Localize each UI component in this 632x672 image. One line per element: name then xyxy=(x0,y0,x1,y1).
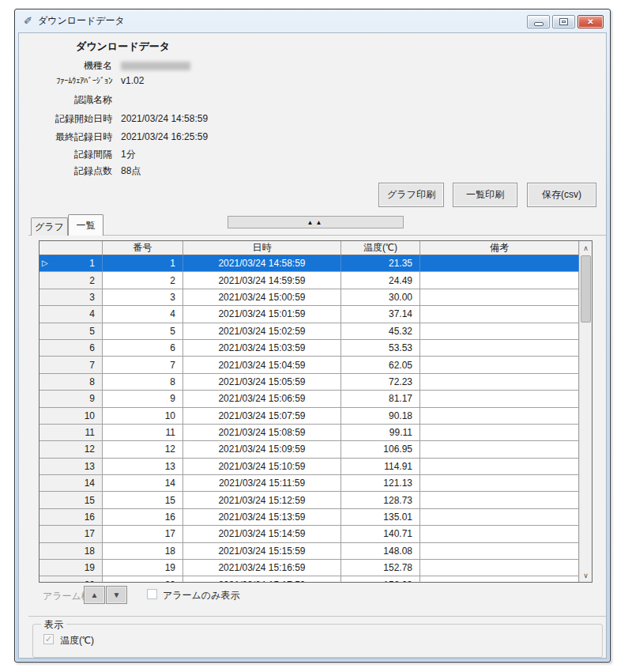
record-interval-label: 記録間隔 xyxy=(25,148,112,161)
table-row[interactable]: 13132021/03/24 15:10:59114.91 xyxy=(40,459,579,475)
table-cell: 15 xyxy=(40,492,103,508)
alarm-search-down-button[interactable]: ▼ xyxy=(106,586,127,604)
table-cell xyxy=(420,425,579,441)
alarm-search-up-button[interactable]: ▲ xyxy=(84,586,105,604)
table-row[interactable]: 20202021/03/24 15:17:59156.03 xyxy=(40,576,579,582)
window-controls: ✕ xyxy=(527,15,604,28)
display-group-label: 表示 xyxy=(41,618,66,632)
table-cell: 2021/03/24 15:14:59 xyxy=(183,526,341,542)
scroll-up-button[interactable]: ∧ xyxy=(580,241,592,255)
column-header-3[interactable]: 温度(℃) xyxy=(341,241,420,255)
table-row[interactable]: 992021/03/24 15:06:5981.17 xyxy=(40,391,579,407)
vertical-scrollbar[interactable]: ∧ ∨ xyxy=(579,241,592,582)
save-csv-button[interactable]: 保存(csv) xyxy=(527,183,596,207)
table-row[interactable]: 222021/03/24 14:59:5924.49 xyxy=(40,272,579,289)
table-cell xyxy=(420,459,579,475)
temperature-checkbox-label: 温度(℃) xyxy=(60,634,94,647)
record-count-value: 88点 xyxy=(121,165,141,176)
table-row[interactable]: 17172021/03/24 15:14:59140.71 xyxy=(40,526,579,542)
column-header-1[interactable]: 番号 xyxy=(103,241,183,255)
table-cell: 18 xyxy=(40,543,103,560)
column-header-2[interactable]: 日時 xyxy=(183,241,341,255)
print-graph-button[interactable]: グラフ印刷 xyxy=(378,183,444,207)
table-cell xyxy=(420,289,579,306)
table-cell: 2021/03/24 15:05:59 xyxy=(183,374,341,391)
table-row[interactable]: 19192021/03/24 15:16:59152.78 xyxy=(40,560,579,576)
temperature-checkbox[interactable]: ✓ xyxy=(43,634,54,644)
collapse-header-button[interactable]: ▲▲ xyxy=(228,216,404,228)
page-title: ダウンロードデータ xyxy=(76,40,170,54)
column-header-0[interactable] xyxy=(40,241,103,255)
close-button[interactable]: ✕ xyxy=(577,15,604,28)
tab-graph[interactable]: グラフ xyxy=(31,217,68,236)
table-row[interactable]: 332021/03/24 15:00:5930.00 xyxy=(40,289,579,306)
table-cell: 99.11 xyxy=(341,425,420,441)
table-cell: 15 xyxy=(103,492,183,508)
table-row[interactable]: 18182021/03/24 15:15:59148.08 xyxy=(40,543,579,560)
table-cell xyxy=(420,408,579,425)
table-cell: 2021/03/24 15:16:59 xyxy=(183,560,341,576)
table-cell: 2 xyxy=(103,272,183,289)
table-cell xyxy=(420,306,579,323)
table-cell: 9 xyxy=(40,391,103,407)
firmware-version-value: v1.02 xyxy=(121,75,144,86)
table-cell: 4 xyxy=(40,306,103,323)
scroll-down-button[interactable]: ∨ xyxy=(580,568,592,582)
print-list-button[interactable]: 一覧印刷 xyxy=(453,183,517,207)
info-row-record-count: 記録点数88点 xyxy=(25,164,141,176)
table-cell xyxy=(420,357,579,373)
table-cell: 17 xyxy=(40,526,103,542)
table-cell: 13 xyxy=(40,459,103,475)
table-row[interactable]: 15152021/03/24 15:12:59128.73 xyxy=(40,492,579,508)
table-cell: 12 xyxy=(40,441,103,458)
info-row-recognition-name: 認識名称 xyxy=(25,93,121,105)
table-cell xyxy=(420,576,579,582)
table-row[interactable]: 772021/03/24 15:04:5962.05 xyxy=(40,357,579,373)
info-row-model: 機種名 xyxy=(25,59,190,71)
minimize-button[interactable] xyxy=(527,15,550,28)
table-row[interactable]: 882021/03/24 15:05:5972.23 xyxy=(40,374,579,391)
recognition-name-label: 認識名称 xyxy=(25,93,112,107)
table-cell xyxy=(420,526,579,542)
table-cell xyxy=(420,543,579,560)
table-row[interactable]: ▷112021/03/24 14:58:5921.35 xyxy=(40,255,579,272)
table-cell: 5 xyxy=(40,323,103,340)
table-grid: 番号日時温度(℃)備考 ▷112021/03/24 14:58:5921.352… xyxy=(40,241,579,582)
table-cell: 2021/03/24 15:00:59 xyxy=(183,289,341,306)
info-row-record-interval: 記録間隔1分 xyxy=(25,148,136,160)
table-cell: 81.17 xyxy=(341,391,420,407)
table-row[interactable]: 662021/03/24 15:03:5953.53 xyxy=(40,340,579,357)
table-row[interactable]: 11112021/03/24 15:08:5999.11 xyxy=(40,425,579,441)
table-cell: 16 xyxy=(103,509,183,526)
table-cell xyxy=(420,255,579,272)
table-row[interactable]: 12122021/03/24 15:09:59106.95 xyxy=(40,441,579,458)
alarm-only-checkbox[interactable] xyxy=(147,589,157,599)
maximize-button[interactable] xyxy=(552,15,575,28)
table-cell: 2021/03/24 15:07:59 xyxy=(183,408,341,425)
table-cell xyxy=(420,475,579,492)
table-cell: 3 xyxy=(40,289,103,306)
table-row[interactable]: 16162021/03/24 15:13:59135.01 xyxy=(40,509,579,526)
table-cell: 152.78 xyxy=(341,560,420,576)
model-name-redacted-blur xyxy=(121,62,190,70)
table-cell: 90.18 xyxy=(341,408,420,425)
table-cell: 10 xyxy=(40,408,103,425)
table-cell: 148.08 xyxy=(341,543,420,560)
table-cell xyxy=(420,323,579,340)
table-cell: 9 xyxy=(103,391,183,407)
table-cell: 2021/03/24 15:12:59 xyxy=(183,492,341,508)
record-interval-value: 1分 xyxy=(121,149,136,160)
table-row[interactable]: 14142021/03/24 15:11:59121.13 xyxy=(40,475,579,492)
table-row[interactable]: 442021/03/24 15:01:5937.14 xyxy=(40,306,579,323)
table-cell: 19 xyxy=(103,560,183,576)
table-cell: 45.32 xyxy=(341,323,420,340)
table-cell xyxy=(420,340,579,357)
scrollbar-thumb[interactable] xyxy=(581,255,591,323)
table-row[interactable]: 10102021/03/24 15:07:5990.18 xyxy=(40,408,579,425)
tab-list[interactable]: 一覧 xyxy=(68,214,103,236)
tab-panel-edge xyxy=(28,235,606,236)
table-row[interactable]: 552021/03/24 15:02:5945.32 xyxy=(40,323,579,340)
check-icon: ✓ xyxy=(45,634,52,644)
up-triangle-icon: ▲ xyxy=(91,591,99,599)
column-header-4[interactable]: 備考 xyxy=(420,241,579,255)
